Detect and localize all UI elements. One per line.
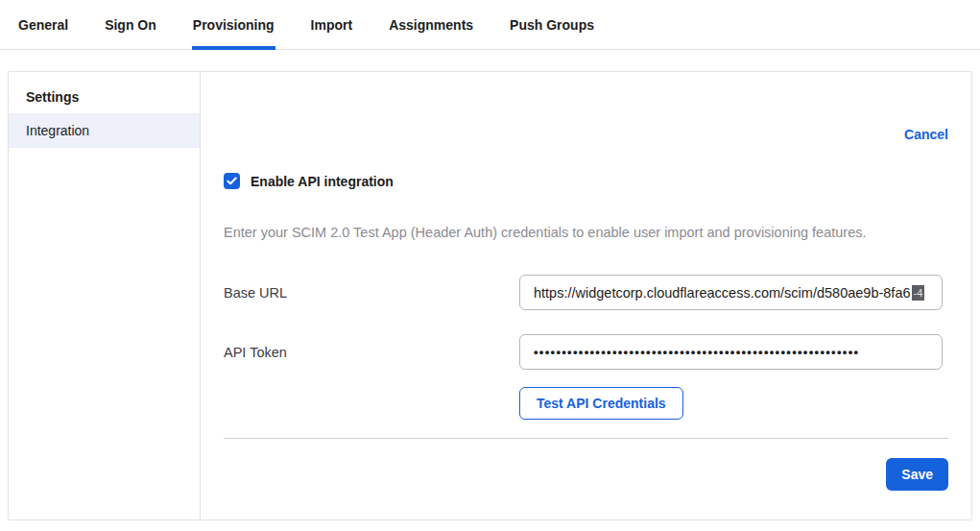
settings-sidebar: Settings Integration bbox=[9, 72, 201, 519]
enable-api-checkbox[interactable] bbox=[224, 173, 240, 189]
api-token-label: API Token bbox=[224, 345, 519, 360]
tab-push-groups[interactable]: Push Groups bbox=[509, 0, 595, 50]
base-url-input[interactable]: https://widgetcorp.cloudflareaccess.com/… bbox=[519, 275, 943, 310]
enable-api-label: Enable API integration bbox=[251, 174, 394, 189]
test-api-credentials-button[interactable]: Test API Credentials bbox=[519, 387, 683, 420]
sidebar-item-integration[interactable]: Integration bbox=[9, 113, 200, 148]
credentials-description: Enter your SCIM 2.0 Test App (Header Aut… bbox=[224, 225, 948, 240]
cancel-button[interactable]: Cancel bbox=[904, 127, 948, 142]
base-url-selected-text: -4 bbox=[912, 285, 925, 301]
checkmark-icon bbox=[227, 176, 237, 186]
cancel-row: Cancel bbox=[224, 126, 948, 143]
base-url-label: Base URL bbox=[224, 285, 519, 301]
tab-import[interactable]: Import bbox=[310, 0, 354, 50]
save-row: Save bbox=[224, 458, 948, 491]
api-token-field-row: API Token ••••••••••••••••••••••••••••••… bbox=[224, 334, 948, 370]
api-token-input[interactable]: ••••••••••••••••••••••••••••••••••••••••… bbox=[519, 334, 943, 370]
base-url-value: https://widgetcorp.cloudflareaccess.com/… bbox=[534, 285, 911, 301]
tab-provisioning[interactable]: Provisioning bbox=[192, 0, 275, 50]
tab-assignments[interactable]: Assignments bbox=[388, 0, 474, 50]
tab-sign-on[interactable]: Sign On bbox=[104, 0, 157, 50]
provisioning-panel: Settings Integration Cancel Enable API i… bbox=[8, 71, 972, 520]
app-tab-bar: General Sign On Provisioning Import Assi… bbox=[0, 0, 980, 50]
sidebar-header-settings: Settings bbox=[9, 81, 200, 113]
save-button[interactable]: Save bbox=[886, 458, 948, 491]
footer-divider bbox=[224, 438, 948, 439]
base-url-field-row: Base URL https://widgetcorp.cloudflareac… bbox=[224, 275, 948, 310]
integration-form: Cancel Enable API integration Enter your… bbox=[201, 72, 971, 519]
enable-api-row: Enable API integration bbox=[224, 173, 948, 189]
test-credentials-row: Test API Credentials bbox=[519, 387, 948, 420]
api-token-masked-value: ••••••••••••••••••••••••••••••••••••••••… bbox=[534, 345, 859, 359]
tab-general[interactable]: General bbox=[17, 0, 69, 50]
